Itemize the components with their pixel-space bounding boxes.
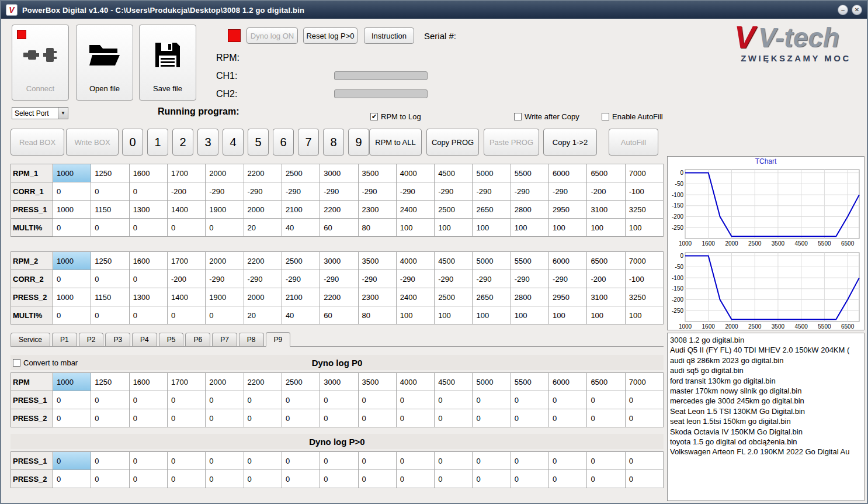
table-cell[interactable]: 6500 [587,252,625,270]
table-cell[interactable]: 1900 [206,288,244,306]
table-cell[interactable]: 4500 [435,252,473,270]
table-cell[interactable]: 3000 [320,373,358,391]
table-cell[interactable]: 7000 [626,373,664,391]
table-cell[interactable]: 20 [244,219,282,237]
table-cell[interactable]: 3250 [626,288,664,306]
table-cell[interactable]: 0 [130,219,168,237]
table-cell[interactable]: 7000 [626,164,664,182]
table-cell[interactable]: 6000 [549,373,587,391]
table-cell[interactable]: 2000 [206,164,244,182]
table-cell[interactable]: 100 [511,306,549,325]
table-cell[interactable]: -290 [206,270,244,288]
table-cell[interactable]: 0 [206,306,244,325]
table-cell[interactable]: 0 [206,219,244,237]
table-cell[interactable]: 80 [359,306,397,325]
table-cell[interactable]: 0 [53,452,91,470]
table-cell[interactable]: 2100 [282,288,320,306]
open-file-button[interactable]: Open file [76,25,133,101]
table-cell[interactable]: 1000 [53,164,91,182]
table-cell[interactable]: 4000 [397,164,435,182]
table-cell[interactable]: 0 [91,391,129,409]
table-cell[interactable]: 0 [91,306,129,325]
table-cell[interactable]: 0 [359,391,397,409]
table-cell[interactable]: 1700 [168,373,206,391]
table-cell[interactable]: -290 [320,182,358,201]
file-list-item[interactable]: mercedes gle 300d 245km go digital.bin [670,396,862,406]
table-cell[interactable]: 0 [435,452,473,470]
table-cell[interactable]: 0 [53,270,91,288]
program-button-6[interactable]: 6 [273,129,294,156]
table-cell[interactable]: 0 [91,270,129,288]
title-bar[interactable]: V PowerBox Digital v1.40 - C:\Users\Prod… [1,1,867,19]
table-cell[interactable]: 1900 [206,201,244,219]
table-cell[interactable]: 3000 [320,164,358,182]
table-cell[interactable]: 100 [435,219,473,237]
program-button-4[interactable]: 4 [223,129,244,156]
file-list-item[interactable]: master 170km nowy silnik go digital.bin [670,386,862,396]
file-list-item[interactable]: Volkswagen Arteon FL 2.0 190KM 2022 Go D… [670,447,862,457]
table-cell[interactable]: 2000 [244,201,282,219]
table-cell[interactable]: 0 [320,409,358,427]
table-cell[interactable]: 0 [282,409,320,427]
table-cell[interactable]: 1700 [168,252,206,270]
table-cell[interactable]: -290 [244,182,282,201]
table-cell[interactable]: 5500 [511,373,549,391]
table-cell[interactable]: 1300 [130,288,168,306]
table-cell[interactable]: 0 [397,452,435,470]
tab-p1[interactable]: P1 [52,333,77,346]
file-list-item[interactable]: Seat Leon 1.5 TSI 130KM Go Digital.bin [670,406,862,416]
table-cell[interactable]: 0 [473,409,511,427]
table-cell[interactable]: 2500 [282,164,320,182]
table-cell[interactable]: -290 [435,182,473,201]
table-cell[interactable]: 2800 [511,201,549,219]
copy-1-to-2-button[interactable]: Copy 1->2 [543,129,597,156]
table-cell[interactable]: 0 [549,470,587,488]
table-cell[interactable]: 0 [91,182,129,201]
table-cell[interactable]: 100 [587,219,625,237]
write-after-copy-checkbox[interactable]: Write after Copy [514,112,579,121]
table-cell[interactable]: 0 [397,391,435,409]
table-cell[interactable]: -290 [359,270,397,288]
table-cell[interactable]: 1700 [168,164,206,182]
table-cell[interactable]: 0 [626,470,664,488]
rpm-to-log-checkbox[interactable]: ✔ RPM to Log [370,112,421,121]
table-cell[interactable]: 1250 [91,164,129,182]
table-cell[interactable]: 100 [473,306,511,325]
table-cell[interactable]: 0 [587,391,625,409]
table-cell[interactable]: 0 [53,391,91,409]
table-cell[interactable]: 6500 [587,164,625,182]
table-cell[interactable]: 0 [91,452,129,470]
table-cell[interactable]: 0 [282,391,320,409]
table-cell[interactable]: 0 [53,409,91,427]
table-cell[interactable]: 0 [435,391,473,409]
table-cell[interactable]: 2000 [206,373,244,391]
program-button-7[interactable]: 7 [298,129,319,156]
tab-p8[interactable]: P8 [239,333,264,346]
table-cell[interactable]: 2200 [244,164,282,182]
tab-p6[interactable]: P6 [185,333,210,346]
table-cell[interactable]: 0 [282,452,320,470]
close-button[interactable]: ✕ [852,5,862,15]
table-cell[interactable]: -290 [435,270,473,288]
table-cell[interactable]: 0 [53,182,91,201]
program-button-2[interactable]: 2 [172,129,193,156]
table-cell[interactable]: 0 [282,470,320,488]
dyno-log-on-button[interactable]: Dyno log ON [246,27,298,44]
table-cell[interactable]: 1600 [130,164,168,182]
table-cell[interactable]: 2400 [397,288,435,306]
table-cell[interactable]: 0 [320,391,358,409]
table-cell[interactable]: -100 [626,270,664,288]
paste-prog-button[interactable]: Paste PROG [484,129,539,156]
instruction-button[interactable]: Instruction [364,27,414,44]
table-cell[interactable]: -290 [511,270,549,288]
table-cell[interactable]: 100 [549,306,587,325]
table-cell[interactable]: 5000 [473,252,511,270]
table-cell[interactable]: 0 [359,452,397,470]
table-cell[interactable]: 100 [626,219,664,237]
table-cell[interactable]: 1000 [53,201,91,219]
table-cell[interactable]: 2650 [473,288,511,306]
table-cell[interactable]: 0 [53,306,91,325]
table-cell[interactable]: 20 [244,306,282,325]
table-cell[interactable]: 0 [511,452,549,470]
enable-autofill-checkbox[interactable]: Enable AutoFill [602,112,663,121]
